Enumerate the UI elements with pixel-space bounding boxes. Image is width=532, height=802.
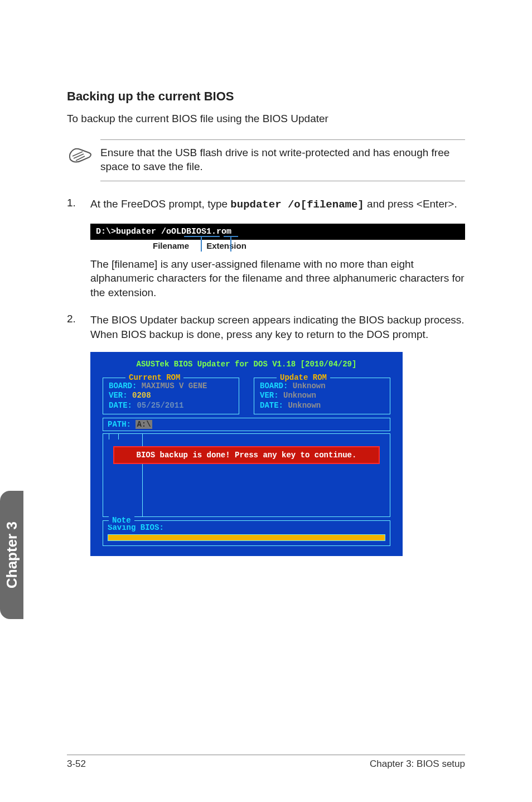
cur-ver-val: 0208	[132, 391, 151, 400]
update-rom-box: Update ROM BOARD: Unknown VER: Unknown D…	[254, 378, 390, 415]
page-footer: 3-52 Chapter 3: BIOS setup	[67, 755, 465, 770]
updater-title: ASUSTek BIOS Updater for DOS V1.18 [2010…	[99, 360, 394, 369]
leader-filename	[201, 237, 202, 252]
saving-label: Saving BIOS:	[108, 523, 385, 532]
page-number: 3-52	[67, 758, 86, 770]
chapter-tab: Chapter 3	[0, 491, 23, 619]
step-1-text: At the FreeDOS prompt, type bupdater /o[…	[90, 197, 465, 212]
update-rom-legend: Update ROM	[277, 373, 330, 383]
note-text: Ensure that the USB flash drive is not w…	[100, 139, 465, 181]
label-filename: Filename	[153, 241, 204, 250]
step-1: 1. At the FreeDOS prompt, type bupdater …	[67, 197, 465, 212]
footer-title: Chapter 3: BIOS setup	[370, 758, 465, 770]
path-row: PATH: A:\	[103, 418, 390, 431]
backup-done-banner: BIOS backup is done! Press any key to co…	[113, 446, 380, 464]
section-heading: Backing up the current BIOS	[67, 89, 465, 104]
cur-ver-label: VER:	[109, 391, 128, 400]
note-block: Ensure that the USB flash drive is not w…	[67, 139, 465, 181]
center-panel: BIOS backup is done! Press any key to co…	[103, 433, 390, 517]
upd-ver-val: Unknown	[283, 391, 316, 400]
step-1-pre: At the FreeDOS prompt, type	[90, 198, 230, 210]
path-value: A:\	[136, 420, 152, 429]
upd-date-val: Unknown	[288, 401, 321, 410]
step-1-cmd: bupdater /o[filename]	[230, 199, 364, 211]
note-frame: Note Saving BIOS:	[103, 520, 390, 546]
intro-text: To backup the current BIOS file using th…	[67, 112, 465, 126]
command-box: D:\>bupdater /oOLDBIOS1.rom	[90, 224, 465, 240]
path-label: PATH:	[108, 420, 131, 429]
note-hand-icon	[67, 139, 100, 165]
step-1-subpara: The [filename] is any user-assigned file…	[90, 257, 465, 300]
step-2: 2. The BIOS Updater backup screen appear…	[67, 313, 465, 341]
underline-filename	[184, 236, 220, 237]
current-rom-legend: Current ROM	[125, 373, 183, 383]
step-1-number: 1.	[67, 197, 90, 212]
cur-date-label: DATE:	[109, 401, 132, 410]
progress-bar	[108, 534, 385, 541]
current-rom-box: Current ROM BOARD: MAXIMUS V GENE VER: 0…	[103, 378, 239, 415]
command-text: D:\>bupdater /oOLDBIOS1.rom	[96, 227, 231, 236]
label-extension: Extension	[206, 241, 246, 250]
upd-date-label: DATE:	[260, 401, 283, 410]
step-2-text: The BIOS Updater backup screen appears i…	[90, 313, 465, 341]
leader-extension	[230, 237, 231, 252]
upd-ver-label: VER:	[260, 391, 279, 400]
cmd-labels: Filename Extension	[90, 241, 465, 250]
step-1-post: and press <Enter>.	[364, 198, 457, 210]
step-2-number: 2.	[67, 313, 90, 341]
bios-updater-screenshot: ASUSTek BIOS Updater for DOS V1.18 [2010…	[90, 352, 403, 557]
cur-date-val: 05/25/2011	[137, 401, 183, 410]
tick-marks	[109, 434, 119, 439]
note-legend: Note	[109, 516, 134, 525]
